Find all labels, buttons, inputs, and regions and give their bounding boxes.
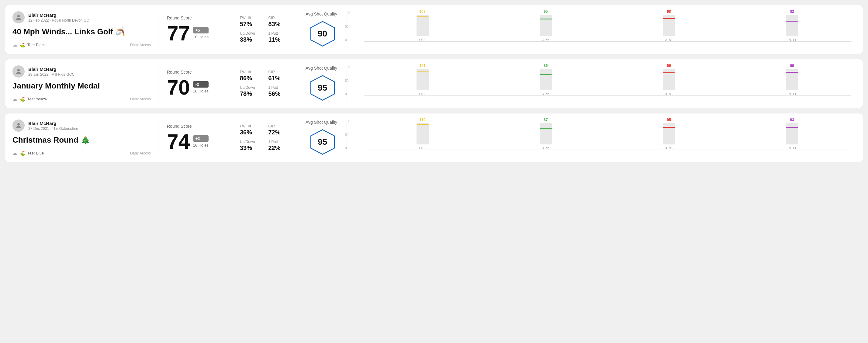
stat-label-gir: GIR <box>269 16 290 20</box>
round-meta: 27 Dec 2021 · The Oxfordshire <box>28 126 78 131</box>
round-title: Christmas Round 🎄 <box>12 135 151 145</box>
y-label: 100 <box>345 65 350 69</box>
y-axis: 100500 <box>345 120 350 150</box>
chart-outer: 100500107OTT95APP98ARG82PUTT <box>354 11 851 48</box>
stat-value-fw-hit: 86% <box>240 75 261 82</box>
stat-label-fw-hit: FW Hit <box>240 16 261 20</box>
hexagon-container: 90 <box>309 20 336 48</box>
stat-label-one-putt: 1 Putt <box>269 139 290 144</box>
bar-axis-label: ARG <box>665 38 673 42</box>
bar-group-arg: 98ARG <box>611 9 727 42</box>
bar-axis-label: OTT <box>419 146 426 150</box>
chart-section: 100500110OTT87APP95ARG93PUTT <box>347 120 856 156</box>
stat-value-one-putt: 56% <box>269 90 290 97</box>
holes-label: 18 Holes <box>193 35 209 39</box>
bar-fill <box>663 127 675 128</box>
user-name: Blair McHarg <box>28 12 89 18</box>
bar-axis-label: OTT <box>419 38 426 42</box>
score-section: Round Score70-218 Holes <box>158 65 231 102</box>
stat-value-gir: 72% <box>269 129 290 136</box>
user-info: Blair McHarg29 Jan 2022 · Mill Ride GCC <box>28 67 74 76</box>
weather-icon: ☁ <box>12 96 17 102</box>
bar-group-arg: 95ARG <box>611 118 727 150</box>
stats-grid: FW Hit 86%GIR 61%Up/Down 78%1 Putt 56% <box>240 70 289 97</box>
bag-icon: ⛳ <box>20 151 25 156</box>
card-footer: ☁ ⛳ Tee: BlueData: Arccos <box>12 150 151 156</box>
quality-score: 95 <box>318 137 327 147</box>
score-number: 74 <box>167 131 190 152</box>
stat-label-fw-hit: FW Hit <box>240 70 261 74</box>
y-label: 0 <box>345 147 350 150</box>
svg-point-2 <box>17 69 20 71</box>
stat-fw-hit: FW Hit 86% <box>240 70 261 82</box>
bar-value-label: 95 <box>544 9 548 14</box>
bar-axis-label: APP <box>542 38 549 42</box>
quality-label: Avg Shot Quality <box>306 120 337 125</box>
stat-fw-hit: FW Hit 36% <box>240 124 261 136</box>
chart-outer: 100500101OTT86APP96ARG99PUTT <box>354 65 851 102</box>
bar-wrapper <box>540 69 552 90</box>
bar-group-app: 86APP <box>487 64 604 96</box>
bar-wrapper <box>786 123 798 145</box>
bar-value-label: 107 <box>420 9 426 14</box>
stat-label-one-putt: 1 Putt <box>269 31 290 36</box>
y-label: 50 <box>345 133 350 136</box>
score-label: Round Score <box>167 70 222 74</box>
bar-value-label: 99 <box>790 64 794 68</box>
score-detail: -218 Holes <box>193 81 209 93</box>
stat-value-up-down: 78% <box>240 90 261 97</box>
hexagon: 95 <box>309 74 336 101</box>
stat-label-up-down: Up/Down <box>240 139 261 144</box>
quality-score: 90 <box>318 29 327 39</box>
tee-label: Tee: Blue <box>27 151 44 155</box>
stat-one-putt: 1 Putt 22% <box>269 139 290 151</box>
bar-fill <box>540 19 552 20</box>
data-source: Data: Arccos <box>130 151 151 155</box>
bar-wrapper <box>540 15 552 36</box>
bag-icon: ⛳ <box>20 42 25 48</box>
bar-wrapper <box>786 69 798 90</box>
score-row: 77+518 Holes <box>167 23 222 43</box>
bar-value-label: 86 <box>544 64 548 68</box>
bar-fill <box>786 21 798 22</box>
stat-one-putt: 1 Putt 56% <box>269 86 290 97</box>
bar-value-label: 98 <box>667 9 671 14</box>
y-label: 0 <box>345 38 350 42</box>
hexagon-container: 95 <box>309 128 336 156</box>
bar-bg <box>540 123 552 145</box>
stats-section: FW Hit 36%GIR 72%Up/Down 33%1 Putt 22% <box>231 120 298 156</box>
stat-value-up-down: 33% <box>240 36 261 43</box>
stat-value-fw-hit: 57% <box>240 21 261 28</box>
score-section: Round Score74+218 Holes <box>158 120 231 156</box>
bar-chart: 110OTT87APP95ARG93PUTT <box>364 120 851 156</box>
user-info: Blair McHarg12 Feb 2022 · Royal North De… <box>28 12 89 23</box>
bag-icon: ⛳ <box>20 97 25 101</box>
stat-up-down: Up/Down 33% <box>240 139 261 151</box>
bar-bg <box>416 15 429 36</box>
avatar <box>12 65 25 77</box>
bar-chart: 101OTT86APP96ARG99PUTT <box>364 65 851 102</box>
bar-value-label: 87 <box>544 118 548 122</box>
bar-axis-label: PUTT <box>788 92 797 96</box>
bar-fill <box>416 17 429 17</box>
bar-chart: 107OTT95APP98ARG82PUTT <box>364 11 851 48</box>
score-section: Round Score77+518 Holes <box>158 11 231 48</box>
user-header: Blair McHarg29 Jan 2022 · Mill Ride GCC <box>12 65 151 77</box>
hexagon-container: 95 <box>309 74 336 101</box>
quality-section: Avg Shot Quality 90 <box>298 11 347 48</box>
score-detail: +218 Holes <box>193 135 209 148</box>
left-section: Blair McHarg29 Jan 2022 · Mill Ride GCCJ… <box>12 65 158 102</box>
tee-info: ☁ ⛳ Tee: Yellow <box>12 96 47 102</box>
y-label: 50 <box>345 79 350 83</box>
stat-label-up-down: Up/Down <box>240 86 261 90</box>
bar-bg <box>663 15 675 36</box>
y-label: 0 <box>345 92 350 96</box>
bar-value-label: 95 <box>667 118 671 122</box>
quality-section: Avg Shot Quality 95 <box>298 120 347 156</box>
stats-grid: FW Hit 57%GIR 83%Up/Down 33%1 Putt 11% <box>240 16 289 43</box>
stat-label-one-putt: 1 Putt <box>269 86 290 90</box>
stat-label-gir: GIR <box>269 124 290 128</box>
quality-label: Avg Shot Quality <box>306 11 337 17</box>
data-source: Data: Arccos <box>130 43 151 47</box>
bar-wrapper <box>663 123 675 145</box>
